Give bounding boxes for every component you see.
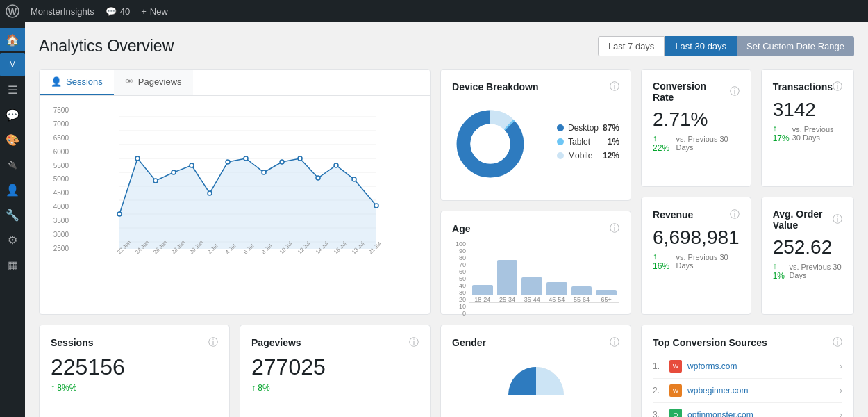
sessions-stat-header: Sessions ⓘ — [51, 336, 218, 349]
svg-point-16 — [172, 170, 176, 174]
source-icon-2: W — [669, 384, 682, 397]
tab-sessions[interactable]: 👤 Sessions — [40, 70, 114, 95]
date-range-buttons: Last 7 days Last 30 days Set Custom Date… — [598, 36, 854, 56]
bar-25-34: 25-34 — [497, 260, 518, 303]
sources-list: 1. W wpforms.com › 2. W wpbeginner.com ›… — [653, 354, 842, 417]
svg-point-17 — [190, 163, 194, 167]
revenue-value: 6,698,981 — [653, 227, 740, 249]
source-item-1[interactable]: 1. W wpforms.com › — [653, 354, 842, 379]
sidebar-icon-plugins[interactable]: 🔌 — [0, 153, 25, 177]
avg-order-change: ↑ 1% vs. Previous 30 Days — [773, 261, 842, 281]
svg-point-13 — [117, 212, 122, 216]
source-num-1: 1. — [653, 361, 664, 371]
sidebar-icon-posts[interactable]: ☰ — [0, 78, 25, 101]
chart-tabs: 👤 Sessions 👁 Pageviews — [40, 70, 430, 96]
sidebar-icon-comments[interactable]: 💬 — [0, 103, 25, 126]
legend-dot-tablet — [557, 138, 564, 145]
conversion-rate-change: ↑ 22% vs. Previous 30 Days — [653, 133, 740, 153]
transactions-info-icon[interactable]: ⓘ — [833, 81, 842, 93]
svg-point-27 — [374, 204, 378, 208]
custom-date-button[interactable]: Set Custom Date Range — [737, 36, 854, 56]
legend-pct-mobile: 12% — [603, 151, 619, 161]
sidebar-icon-settings[interactable]: ⚙ — [0, 228, 25, 252]
age-info-icon[interactable]: ⓘ — [610, 222, 619, 235]
sessions-tab-icon: 👤 — [51, 76, 62, 87]
legend-dot-desktop — [557, 124, 564, 131]
device-breakdown-card: Device Breakdown ⓘ — [440, 69, 631, 201]
avg-order-change-val: ↑ 1% — [773, 261, 787, 281]
sessions-stat-change: ↑ 8%% — [51, 383, 218, 393]
age-y-axis: 10090807060 50403020100 — [452, 240, 466, 303]
bar-25-34-rect — [497, 260, 518, 295]
bar-65-plus: 65+ — [596, 290, 617, 303]
sidebar-icon-extra[interactable]: ▦ — [0, 253, 25, 277]
sidebar-icon-home[interactable]: 🏠 — [0, 28, 25, 51]
transactions-card: Transactions ⓘ 3142 ↑ 17% vs. Previous 3… — [761, 69, 854, 187]
sidebar-icon-insights[interactable]: M — [0, 53, 25, 76]
sidebar-icon-users[interactable]: 👤 — [0, 178, 25, 202]
sources-info-icon[interactable]: ⓘ — [833, 336, 842, 349]
avg-order-info-icon[interactable]: ⓘ — [833, 213, 842, 226]
legend-pct-tablet: 1% — [608, 137, 619, 147]
legend-pct-desktop: 87% — [603, 123, 619, 133]
dashboard-grid: 👤 Sessions 👁 Pageviews 7500700065006000 … — [39, 69, 854, 417]
last-7-days-button[interactable]: Last 7 days — [598, 36, 665, 56]
bar-45-54-rect — [546, 282, 567, 295]
admin-bar: W MonsterInsights 💬 40 + New — [0, 0, 868, 22]
gender-title: Gender — [452, 337, 486, 348]
avg-order-vs: vs. Previous 30 Days — [789, 263, 842, 279]
comment-icon: 💬 — [106, 6, 117, 17]
sidebar: 🏠 M ☰ 💬 🎨 🔌 👤 🔧 ⚙ ▦ — [0, 22, 25, 417]
revenue-info-icon[interactable]: ⓘ — [730, 208, 740, 221]
chart-svg-container: 22 Jun 24 Jun 26 Jun 28 Jun 30 Jun 2 Jul… — [69, 103, 427, 258]
comments-item[interactable]: 💬 40 — [106, 6, 130, 17]
bar-18-24: 18-24 — [472, 285, 493, 303]
wp-logo-item[interactable]: W — [6, 4, 19, 18]
conversion-rate-info-icon[interactable]: ⓘ — [730, 85, 740, 98]
bar-55-64: 55-64 — [571, 286, 592, 303]
legend-desktop: Desktop 87% — [557, 123, 619, 133]
device-title: Device Breakdown — [452, 81, 539, 92]
source-icon-3: O — [669, 409, 682, 417]
conversion-rate-title: Conversion Rate — [653, 81, 730, 103]
tab-pageviews[interactable]: 👁 Pageviews — [114, 70, 193, 95]
conversion-rate-card: Conversion Rate ⓘ 2.71% ↑ 22% vs. Previo… — [641, 69, 751, 187]
source-chevron-2: › — [840, 386, 842, 395]
bar-label-18-24: 18-24 — [474, 296, 490, 303]
bar-65-plus-rect — [596, 290, 617, 295]
transactions-vs: vs. Previous 30 Days — [792, 125, 842, 142]
bar-label-35-44: 35-44 — [524, 296, 540, 303]
source-num-3: 3. — [653, 410, 664, 417]
svg-point-25 — [334, 163, 338, 167]
legend-dot-mobile — [557, 152, 564, 159]
line-chart-svg: 22 Jun 24 Jun 26 Jun 28 Jun 30 Jun 2 Jul… — [69, 103, 427, 256]
conversion-rate-value: 2.71% — [653, 108, 740, 131]
sessions-info-icon[interactable]: ⓘ — [208, 336, 218, 349]
last-30-days-button[interactable]: Last 30 days — [665, 36, 737, 56]
new-item[interactable]: + New — [141, 6, 168, 17]
bar-label-45-54: 45-54 — [549, 296, 565, 303]
device-info-icon[interactable]: ⓘ — [610, 81, 619, 93]
page-title: Analytics Overview — [39, 37, 174, 56]
source-item-3[interactable]: 3. O optinmonster.com › — [653, 403, 842, 417]
bar-18-24-rect — [472, 285, 493, 295]
svg-point-26 — [352, 177, 356, 181]
sidebar-icon-appearance[interactable]: 🎨 — [0, 128, 25, 152]
avg-order-value: 252.62 — [773, 236, 842, 259]
svg-point-14 — [135, 156, 140, 161]
site-name-item[interactable]: MonsterInsights — [31, 6, 94, 17]
svg-point-47 — [470, 124, 510, 163]
conversion-rate-vs: vs. Previous 30 Days — [676, 135, 739, 152]
svg-point-22 — [280, 160, 284, 164]
source-item-2[interactable]: 2. W wpbeginner.com › — [653, 379, 842, 403]
metrics-2x2-grid: Conversion Rate ⓘ 2.71% ↑ 22% vs. Previo… — [641, 69, 854, 315]
revenue-title: Revenue — [653, 209, 693, 220]
source-chevron-3: › — [840, 410, 842, 417]
pageviews-stat-value: 277025 — [251, 354, 419, 380]
sidebar-icon-tools[interactable]: 🔧 — [0, 203, 25, 227]
pageviews-info-icon[interactable]: ⓘ — [409, 336, 419, 349]
gender-info-icon[interactable]: ⓘ — [610, 336, 619, 349]
bar-35-44-rect — [521, 277, 542, 295]
revenue-change-val: ↑ 16% — [653, 252, 673, 271]
page-header: Analytics Overview Last 7 days Last 30 d… — [39, 36, 854, 56]
